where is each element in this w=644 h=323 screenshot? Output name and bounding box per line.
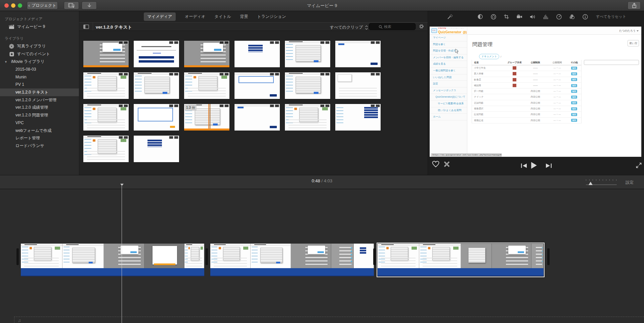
- disclosure-triangle-icon[interactable]: ▼: [4, 60, 8, 64]
- time-display: 0:48 / 4:03: [312, 178, 333, 183]
- adjust-toolbar: すべてをリセット: [428, 11, 644, 22]
- enhance-wand-icon[interactable]: [447, 14, 453, 20]
- sidebar-item-photos-library[interactable]: 写真ライブラリ: [0, 42, 79, 50]
- timeline-clip[interactable]: [210, 244, 374, 276]
- edit-button: 編集: [571, 72, 577, 75]
- zoom-slider-thumb[interactable]: [589, 182, 593, 185]
- media-clip-thumbnail[interactable]: [83, 136, 129, 162]
- media-clip-thumbnail[interactable]: [134, 136, 179, 162]
- tab-4[interactable]: 背景: [240, 14, 248, 20]
- sidebar-event-item[interactable]: Munin: [0, 73, 79, 81]
- settings-gear-button[interactable]: [419, 24, 424, 29]
- crop-icon[interactable]: [504, 14, 509, 19]
- reject-x-button[interactable]: [443, 161, 450, 167]
- tab-3[interactable]: タイトル: [214, 14, 231, 20]
- info-icon[interactable]: [582, 14, 588, 20]
- sidebar-event-item[interactable]: ver.1.2.0 問題管理: [0, 111, 79, 119]
- timeline-trim-handle[interactable]: [206, 248, 208, 265]
- quiz-table-row: 新人研修——— ~ —編集: [472, 71, 581, 77]
- previous-frame-button[interactable]: [521, 163, 527, 168]
- clip-badges-icon: [371, 41, 380, 44]
- timeline-trim-handle[interactable]: [373, 248, 376, 265]
- tab-5[interactable]: トランジション: [257, 14, 286, 20]
- clip-filter-circles-icon[interactable]: [569, 14, 575, 19]
- media-clip-thumbnail[interactable]: [83, 104, 129, 131]
- sidebar-event-item[interactable]: レポート管理: [0, 134, 79, 142]
- background-music-well[interactable]: ♫: [14, 317, 644, 323]
- sidebar-item-all-events[interactable]: すべてのイベント: [0, 50, 79, 58]
- group-share-swatch: [513, 78, 516, 81]
- timeline-trim-handle[interactable]: [16, 248, 19, 265]
- timeline-clip-tile: [531, 244, 544, 268]
- media-tabs: マイメディアオーディオタイトル背景トランジション: [79, 11, 428, 22]
- clip-filter-dropdown[interactable]: すべてのクリップ: [330, 25, 368, 30]
- sidebar-event-item[interactable]: ver.1.2.0 メンバー管理: [0, 96, 79, 104]
- volume-speaker-icon[interactable]: [530, 14, 535, 19]
- media-clip-thumbnail[interactable]: [134, 41, 179, 67]
- play-button[interactable]: [531, 162, 537, 169]
- tab-2[interactable]: オーディオ: [185, 14, 205, 20]
- sidebar: プロジェクトメディア マイムービー 9 ライブラリ 写真ライブラリ すべてのイベ…: [0, 11, 79, 175]
- media-clip-thumbnail[interactable]: [335, 41, 381, 67]
- reset-all-button[interactable]: すべてをリセット: [596, 14, 626, 19]
- sidebar-event-item[interactable]: ロードバランサ: [0, 142, 79, 150]
- group-share-swatch: [513, 84, 516, 87]
- media-clip-thumbnail[interactable]: 1.3 分: [184, 104, 229, 131]
- media-clip-thumbnail[interactable]: [234, 104, 280, 131]
- color-balance-icon[interactable]: [477, 14, 483, 19]
- media-clip-thumbnail[interactable]: [83, 72, 129, 99]
- brand-name: QuizGenerator: [438, 30, 461, 34]
- timeline-clip[interactable]: [378, 244, 544, 276]
- quiz-table-row: 複数記述内部公開— ~ —編集: [472, 118, 581, 123]
- sidebar-toggle-button[interactable]: [79, 23, 93, 31]
- quiz-table-row: 確認用——— ~ —編集: [472, 83, 581, 88]
- timeline-settings-button[interactable]: 設定: [626, 180, 634, 185]
- clip-badges-icon: [270, 41, 279, 44]
- noise-reduction-bars-icon[interactable]: [543, 14, 549, 19]
- fullscreen-button[interactable]: [636, 162, 642, 169]
- group-share-swatch: [513, 66, 516, 70]
- sidebar-item-label: iMovie ライブラリ: [11, 59, 44, 65]
- quiz-page-nav: マイページ問題を解く問題を管理・作成するメンバーを招待・編集する成績を見る一般公…: [430, 35, 467, 157]
- sidebar-event-item[interactable]: 2015-08-03: [0, 66, 79, 73]
- sidebar-event-item[interactable]: VPC: [0, 119, 79, 127]
- media-clip-thumbnail[interactable]: [234, 41, 280, 67]
- timeline-clip-tile: [104, 244, 144, 268]
- speed-gauge-icon[interactable]: [556, 14, 562, 20]
- share-button[interactable]: [628, 1, 641, 9]
- project-media-header: プロジェクトメディア: [5, 16, 79, 22]
- quiz-table-row: 小学三年生——— ~ —編集: [472, 65, 581, 71]
- stabilization-camera-icon[interactable]: [517, 14, 522, 19]
- search-input[interactable]: [383, 24, 412, 29]
- favorite-heart-button[interactable]: [432, 161, 439, 167]
- video-preview-frame[interactable]: e-learning クイズジェネレーター QuizGenerator (β) …: [430, 27, 641, 157]
- media-clip-thumbnail[interactable]: [83, 41, 129, 67]
- sidebar-item-my-movie[interactable]: マイムービー 9: [0, 23, 79, 31]
- media-clip-thumbnail[interactable]: [335, 72, 381, 99]
- search-icon: [379, 25, 383, 29]
- media-clip-thumbnail[interactable]: [184, 41, 229, 67]
- next-frame-button[interactable]: [546, 163, 552, 168]
- hand-cursor-icon: [455, 49, 459, 53]
- media-clip-thumbnail[interactable]: [335, 104, 381, 131]
- media-clip-thumbnail[interactable]: [285, 72, 330, 99]
- clip-badges-icon: [270, 73, 279, 76]
- tab-1[interactable]: マイメディア: [144, 12, 176, 21]
- media-clip-thumbnail[interactable]: [184, 72, 229, 99]
- user-menu-caret: [637, 30, 639, 32]
- color-correction-icon[interactable]: [490, 14, 496, 20]
- sidebar-item-imovie-library[interactable]: ▼ iMovie ライブラリ: [0, 58, 79, 66]
- sidebar-event-item[interactable]: PV 1: [0, 81, 79, 88]
- media-clip-thumbnail[interactable]: [285, 104, 330, 131]
- media-clip-thumbnail[interactable]: [134, 72, 179, 99]
- timeline-trim-handle[interactable]: [547, 248, 550, 265]
- sidebar-event-item[interactable]: ver.1.2.0 テキスト: [0, 88, 79, 96]
- media-clip-thumbnail[interactable]: [234, 72, 280, 99]
- clip-badges-icon: [320, 73, 330, 76]
- sidebar-event-item[interactable]: webフォームで作成: [0, 127, 79, 135]
- media-clip-thumbnail[interactable]: [285, 41, 330, 67]
- search-field[interactable]: [369, 23, 416, 30]
- media-clip-thumbnail[interactable]: [134, 104, 179, 131]
- timeline-clip[interactable]: [21, 244, 204, 276]
- sidebar-event-item[interactable]: ver.1.2.0 成績管理: [0, 104, 79, 111]
